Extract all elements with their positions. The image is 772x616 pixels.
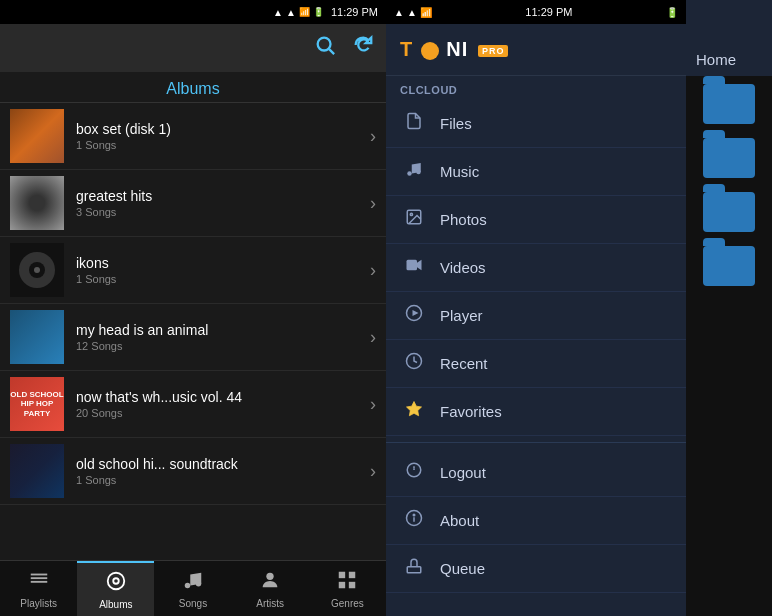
album-item[interactable]: greatest hits 3 Songs › [0, 170, 386, 237]
player-menu-label: Player [440, 307, 483, 324]
photos-menu-label: Photos [440, 211, 487, 228]
menu-section-label: CLCLOUD [386, 76, 686, 100]
album-info: now that's wh...usic vol. 44 20 Songs [76, 389, 364, 419]
pro-badge: PRO [478, 45, 509, 57]
svg-marker-25 [413, 310, 419, 316]
menu-items-container: Files Music Photos Videos Player Recent … [386, 100, 686, 593]
nav-item-artists[interactable]: Artists [232, 561, 309, 616]
svg-rect-15 [349, 571, 355, 577]
recent-menu-icon [400, 352, 428, 375]
logout-menu-icon [400, 461, 428, 484]
svg-rect-7 [30, 577, 47, 579]
chevron-right-icon: › [370, 126, 376, 147]
home-panel: Home [686, 0, 772, 616]
menu-item-about[interactable]: About [386, 497, 686, 545]
menu-item-files[interactable]: Files [386, 100, 686, 148]
time-left: 11:29 PM [331, 6, 378, 18]
nav-item-songs[interactable]: Songs [154, 561, 231, 616]
genres-nav-icon [336, 569, 358, 596]
menu-item-music[interactable]: Music [386, 148, 686, 196]
genres-nav-label: Genres [331, 598, 364, 609]
menu-item-queue[interactable]: Queue [386, 545, 686, 593]
album-item[interactable]: my head is an animal 12 Songs › [0, 304, 386, 371]
videos-menu-icon [400, 256, 428, 279]
album-info: my head is an animal 12 Songs [76, 322, 364, 352]
svg-point-21 [410, 213, 412, 215]
playlists-nav-icon [28, 569, 50, 596]
album-songs: 20 Songs [76, 407, 364, 419]
svg-rect-14 [339, 571, 345, 577]
folder-item-3[interactable] [692, 246, 766, 286]
menu-item-videos[interactable]: Videos [386, 244, 686, 292]
favorites-menu-icon [400, 400, 428, 423]
menu-item-player[interactable]: Player [386, 292, 686, 340]
svg-point-32 [413, 514, 415, 516]
chevron-right-icon: › [370, 461, 376, 482]
nav-item-genres[interactable]: Genres [309, 561, 386, 616]
album-info: ikons 1 Songs [76, 255, 364, 285]
albums-nav-icon [105, 570, 127, 597]
album-item[interactable]: ikons 1 Songs › [0, 237, 386, 304]
svg-rect-17 [349, 581, 355, 587]
album-item[interactable]: OLD SCHOOLHIP HOPPARTY now that's wh...u… [0, 371, 386, 438]
files-menu-icon [400, 112, 428, 135]
folder-list [686, 76, 772, 616]
svg-point-18 [407, 171, 412, 176]
svg-rect-22 [407, 260, 418, 271]
bottom-nav: Playlists Albums Songs Artists Genres [0, 560, 386, 616]
svg-point-13 [267, 572, 274, 579]
album-thumbnail: OLD SCHOOLHIP HOPPARTY [10, 377, 64, 431]
album-thumbnail [10, 444, 64, 498]
svg-point-19 [416, 170, 421, 175]
folder-item-1[interactable] [692, 138, 766, 178]
menu-item-recent[interactable]: Recent [386, 340, 686, 388]
folder-item-2[interactable] [692, 192, 766, 232]
album-songs: 12 Songs [76, 340, 364, 352]
album-name: ikons [76, 255, 364, 271]
album-info: old school hi... soundtrack 1 Songs [76, 456, 364, 486]
menu-item-logout[interactable]: Logout [386, 449, 686, 497]
album-name: now that's wh...usic vol. 44 [76, 389, 364, 405]
album-name: my head is an animal [76, 322, 364, 338]
artists-nav-label: Artists [256, 598, 284, 609]
svg-marker-27 [407, 402, 422, 416]
photos-menu-icon [400, 208, 428, 231]
album-thumbnail [10, 109, 64, 163]
logout-menu-label: Logout [440, 464, 486, 481]
album-songs: 3 Songs [76, 206, 364, 218]
music-menu-icon [400, 160, 428, 183]
queue-menu-icon [400, 557, 428, 580]
album-name: old school hi... soundtrack [76, 456, 364, 472]
nav-item-albums[interactable]: Albums [77, 561, 154, 616]
artists-nav-icon [259, 569, 281, 596]
album-name: greatest hits [76, 188, 364, 204]
status-bar-left: ▲ ▲ 📶 🔋 11:29 PM [0, 0, 386, 24]
album-item[interactable]: box set (disk 1) 1 Songs › [0, 103, 386, 170]
favorites-menu-label: Favorites [440, 403, 502, 420]
recent-menu-label: Recent [440, 355, 488, 372]
folder-item-0[interactable] [692, 84, 766, 124]
status-icons-left: ▲ ▲ 📶 🔋 11:29 PM [273, 6, 378, 18]
album-name: box set (disk 1) [76, 121, 364, 137]
svg-rect-6 [30, 573, 47, 575]
about-menu-icon [400, 509, 428, 532]
menu-item-photos[interactable]: Photos [386, 196, 686, 244]
svg-point-11 [185, 582, 191, 588]
refresh-button[interactable] [352, 34, 374, 62]
album-item[interactable]: old school hi... soundtrack 1 Songs › [0, 438, 386, 505]
album-thumbnail [10, 310, 64, 364]
left-panel: ▲ ▲ 📶 🔋 11:29 PM Albums [0, 0, 386, 616]
chevron-right-icon: › [370, 394, 376, 415]
menu-item-favorites[interactable]: Favorites [386, 388, 686, 436]
folder-icon [703, 192, 755, 232]
search-button[interactable] [314, 34, 336, 62]
nav-item-playlists[interactable]: Playlists [0, 561, 77, 616]
left-toolbar [0, 24, 386, 72]
folder-icon [703, 246, 755, 286]
section-header-albums: Albums [0, 72, 386, 103]
time-right: 11:29 PM [525, 6, 572, 18]
menu-logo-header: T NI PRO [386, 24, 686, 76]
album-songs: 1 Songs [76, 273, 364, 285]
videos-menu-label: Videos [440, 259, 486, 276]
album-thumbnail [10, 176, 64, 230]
